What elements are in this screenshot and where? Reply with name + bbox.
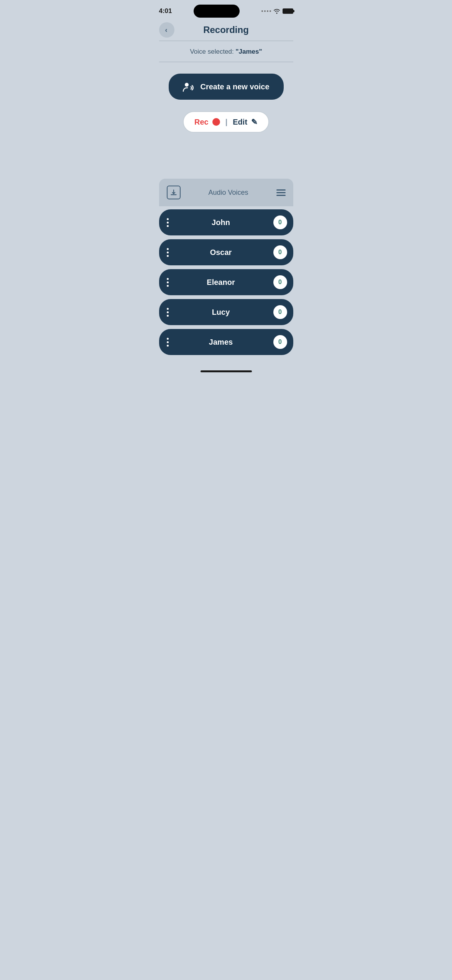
- status-icons: [261, 8, 293, 14]
- edit-pencil-icon: ✎: [251, 117, 258, 127]
- voice-item[interactable]: James 0: [159, 329, 293, 355]
- voice-count-badge: 0: [273, 245, 287, 259]
- voice-name: James: [169, 338, 273, 347]
- wifi-icon: [273, 8, 280, 14]
- menu-line-2: [276, 192, 286, 193]
- voice-list: John 0 Oscar 0 Eleanor 0 L: [151, 206, 301, 367]
- back-button[interactable]: ‹: [159, 22, 174, 38]
- home-indicator: [151, 367, 301, 378]
- voice-name: John: [169, 218, 273, 227]
- rec-edit-section: Rec | Edit ✎: [151, 107, 301, 140]
- voice-count-badge: 0: [273, 275, 287, 289]
- create-section: Create a new voice: [151, 62, 301, 107]
- menu-line-1: [276, 189, 286, 191]
- status-time: 4:01: [159, 7, 172, 15]
- voice-count-badge: 0: [273, 305, 287, 319]
- voice-item[interactable]: Lucy 0: [159, 299, 293, 325]
- status-bar: 4:01: [151, 0, 301, 21]
- audio-voices-header: Audio Voices: [159, 179, 293, 206]
- create-voice-button[interactable]: Create a new voice: [169, 74, 284, 100]
- rec-dot-icon: [212, 118, 220, 126]
- svg-point-0: [185, 83, 189, 87]
- home-bar: [201, 370, 252, 372]
- voice-name: Eleanor: [169, 278, 273, 287]
- nav-bar: ‹ Recording: [151, 21, 301, 41]
- signal-icon: [261, 10, 271, 12]
- voice-selected-name: "James": [236, 48, 262, 55]
- battery-icon: [283, 8, 293, 14]
- menu-icon[interactable]: [276, 189, 286, 196]
- voice-selected-prefix: Voice selected:: [190, 48, 235, 55]
- voice-item[interactable]: Eleanor 0: [159, 269, 293, 295]
- dynamic-island: [194, 5, 240, 18]
- menu-line-3: [276, 195, 286, 196]
- voice-name: Lucy: [169, 308, 273, 317]
- edit-label: Edit: [233, 118, 247, 127]
- voice-count-badge: 0: [273, 215, 287, 229]
- audio-voices-title: Audio Voices: [181, 189, 276, 197]
- rec-label: Rec: [194, 118, 209, 127]
- page-title: Recording: [203, 25, 249, 35]
- voice-count-badge: 0: [273, 335, 287, 349]
- voice-item[interactable]: Oscar 0: [159, 239, 293, 265]
- create-voice-label: Create a new voice: [200, 82, 269, 91]
- voice-name: Oscar: [169, 248, 273, 257]
- back-chevron-icon: ‹: [165, 26, 168, 34]
- download-icon[interactable]: [167, 186, 181, 199]
- rec-edit-button[interactable]: Rec | Edit ✎: [183, 111, 269, 133]
- voice-selected-bar: Voice selected: "James": [159, 41, 293, 62]
- create-voice-icon: [182, 81, 195, 93]
- rec-edit-divider: |: [225, 118, 228, 127]
- voice-item[interactable]: John 0: [159, 209, 293, 235]
